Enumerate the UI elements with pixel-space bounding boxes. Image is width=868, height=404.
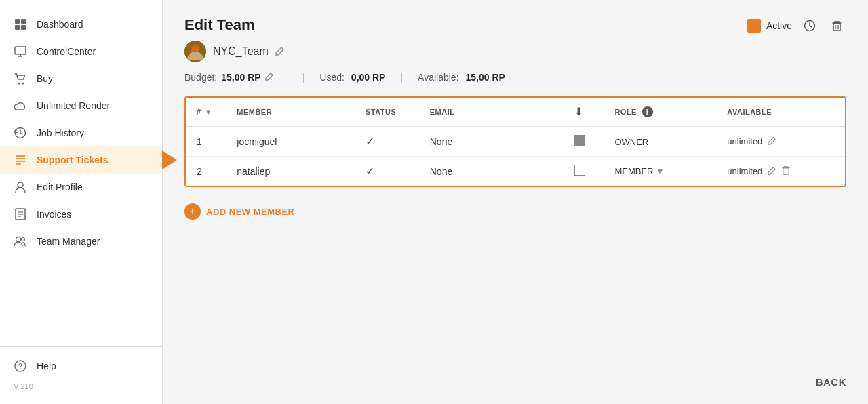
add-member-label[interactable]: ADD NEW MEMBER	[206, 207, 295, 217]
sidebar-item-support-tickets[interactable]: Support Tickets	[0, 146, 162, 174]
sidebar-item-job-history[interactable]: Job History	[0, 119, 162, 146]
col-header-available: AVAILABLE	[716, 98, 845, 127]
svg-rect-24	[833, 23, 840, 31]
sidebar-item-label: Dashboard	[37, 19, 83, 30]
status-indicator: Active	[747, 19, 792, 33]
cell-status: ✓	[355, 157, 419, 186]
main-content: Active Edit Team	[163, 0, 868, 404]
add-member-icon[interactable]: +	[184, 203, 201, 220]
history-btn[interactable]	[800, 16, 819, 35]
budget-edit-btn[interactable]	[265, 72, 274, 83]
role-info-icon[interactable]: i	[642, 106, 653, 117]
cell-role: MEMBER ▼	[604, 157, 716, 186]
role-label: OWNER	[614, 137, 648, 147]
col-header-member: MEMBER	[226, 98, 355, 127]
status-label: Active	[766, 20, 792, 31]
cell-checkbox[interactable]	[564, 127, 604, 157]
svg-point-19	[16, 237, 21, 242]
history-icon	[14, 126, 27, 140]
budget-row: Budget: 15,00 RP | Used: 0,00 RP | Avail…	[184, 72, 846, 83]
sidebar-item-label: Edit Profile	[37, 182, 83, 193]
edit-available-btn[interactable]	[768, 166, 776, 177]
svg-point-8	[22, 82, 24, 84]
team-name: NYC_Team	[213, 45, 269, 58]
cell-available: unlimited	[716, 127, 845, 157]
available-value: 15,00 RP	[466, 72, 505, 83]
check-icon: ✓	[366, 136, 374, 147]
cell-member: jocmiguel	[226, 127, 355, 157]
used-value: 0,00 RP	[351, 72, 386, 83]
col-header-status: STATUS	[355, 98, 419, 127]
members-table: # ▼ MEMBER STATUS EMAIL ⬇ ROLE i AVAILAB…	[186, 98, 845, 186]
add-member-row[interactable]: + ADD NEW MEMBER	[184, 203, 846, 220]
cell-status: ✓	[355, 127, 419, 157]
svg-rect-29	[783, 167, 789, 174]
check-icon: ✓	[366, 165, 374, 177]
team-avatar	[184, 41, 206, 62]
table-row: 2 nataliep ✓ None MEMBER ▼	[186, 157, 845, 186]
status-dot	[747, 19, 761, 33]
available-value: unlimited	[727, 166, 762, 176]
sidebar-item-label: Unlimited Render	[37, 100, 110, 111]
col-header-download: ⬇	[564, 98, 604, 127]
col-header-email: EMAIL	[419, 98, 564, 127]
user-icon	[14, 180, 27, 194]
help-icon: ?	[14, 359, 27, 373]
sidebar-item-label: ControlCenter	[37, 46, 96, 57]
svg-rect-3	[21, 25, 26, 30]
table-row: 1 jocmiguel ✓ None OWNER unlimited	[186, 127, 845, 157]
sidebar-item-invoices[interactable]: Invoices	[0, 201, 162, 228]
cell-available: unlimited	[716, 157, 845, 186]
sidebar-item-label: Invoices	[37, 209, 71, 220]
cloud-icon	[14, 99, 27, 113]
available-actions: unlimited	[727, 136, 834, 147]
cell-num: 1	[186, 127, 226, 157]
sidebar-item-label: Buy	[37, 73, 53, 84]
users-icon	[14, 235, 27, 248]
grid-icon	[14, 18, 27, 31]
file-icon	[14, 207, 27, 221]
svg-rect-1	[21, 19, 26, 24]
members-table-container: # ▼ MEMBER STATUS EMAIL ⬇ ROLE i AVAILAB…	[184, 96, 846, 187]
member-checkbox[interactable]	[574, 165, 585, 176]
sort-icon: ▼	[205, 108, 212, 116]
role-dropdown-btn[interactable]: ▼	[656, 167, 664, 176]
svg-rect-0	[15, 19, 20, 24]
used-label: Used:	[319, 72, 344, 83]
sidebar-item-label: Help	[37, 361, 56, 371]
sidebar-item-controlcenter[interactable]: ControlCenter	[0, 38, 162, 65]
edit-team-name-btn[interactable]	[275, 46, 285, 58]
available-label: Available:	[418, 72, 458, 83]
top-right-controls: Active	[747, 16, 846, 35]
edit-available-btn[interactable]	[768, 136, 776, 147]
delete-team-btn[interactable]	[827, 16, 846, 35]
member-checkbox[interactable]	[574, 135, 585, 146]
sidebar-item-label: Team Manager	[37, 236, 100, 247]
cell-role: OWNER	[604, 127, 716, 157]
svg-point-20	[22, 238, 25, 241]
sidebar-item-label: Support Tickets	[37, 155, 108, 165]
sidebar-item-label: Job History	[37, 127, 84, 138]
sidebar-item-dashboard[interactable]: Dashboard	[0, 11, 162, 38]
available-value: unlimited	[727, 136, 762, 146]
monitor-icon	[14, 45, 27, 58]
svg-text:?: ?	[18, 362, 22, 370]
download-icon: ⬇	[574, 106, 584, 117]
cart-icon	[14, 72, 27, 85]
version-label: V 210	[0, 380, 162, 393]
cell-checkbox[interactable]	[564, 157, 604, 186]
back-button[interactable]: BACK	[816, 376, 846, 388]
sidebar: Dashboard ControlCenter Buy Unlimit	[0, 0, 163, 404]
role-label: MEMBER	[614, 166, 653, 176]
cell-num: 2	[186, 157, 226, 186]
cell-email: None	[419, 127, 564, 157]
sidebar-item-unlimited-render[interactable]: Unlimited Render	[0, 92, 162, 119]
budget-value: 15,00 RP	[221, 72, 260, 83]
sidebar-item-team-manager[interactable]: Team Manager	[0, 228, 162, 255]
sidebar-item-edit-profile[interactable]: Edit Profile	[0, 174, 162, 201]
sidebar-item-buy[interactable]: Buy	[0, 65, 162, 92]
team-header: NYC_Team	[184, 41, 846, 62]
col-header-num[interactable]: # ▼	[186, 98, 226, 127]
delete-member-btn[interactable]	[782, 165, 790, 178]
sidebar-item-help[interactable]: ? Help	[0, 352, 162, 380]
